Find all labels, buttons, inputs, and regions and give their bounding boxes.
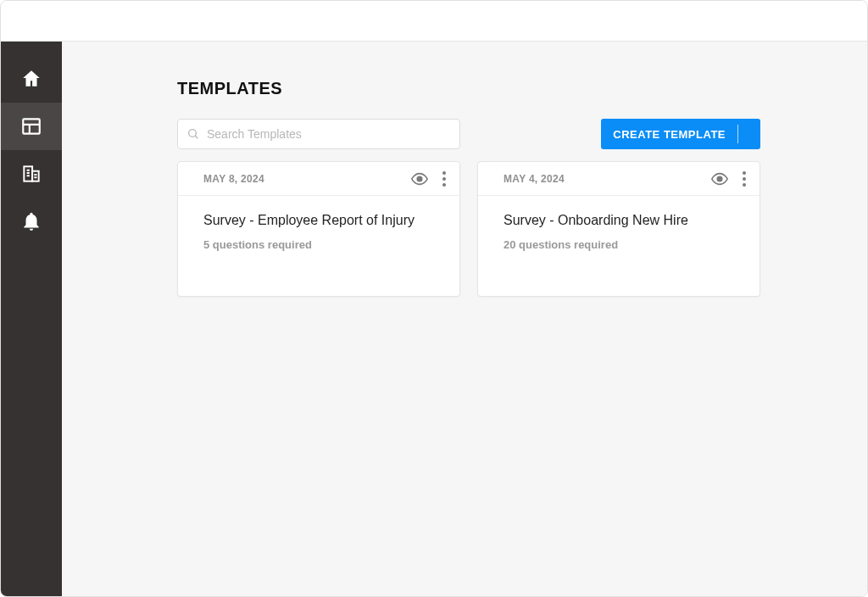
svg-rect-4 (32, 171, 39, 181)
svg-line-11 (195, 136, 198, 138)
search-icon (186, 127, 200, 141)
svg-rect-0 (23, 119, 40, 133)
more-menu-icon[interactable] (441, 168, 448, 190)
svg-rect-3 (24, 166, 32, 181)
building-icon (20, 163, 42, 185)
sidebar-item-notifications[interactable] (1, 198, 62, 245)
preview-icon[interactable] (710, 170, 729, 188)
search-field-wrapper[interactable] (177, 119, 460, 149)
svg-point-12 (417, 176, 422, 181)
card-header: MAY 4, 2024 (478, 162, 760, 196)
button-divider (737, 125, 738, 143)
card-body: Survey - Onboarding New Hire 20 question… (478, 196, 760, 268)
home-icon (20, 68, 42, 90)
more-menu-icon[interactable] (741, 168, 748, 190)
svg-point-13 (717, 176, 722, 181)
template-cards: MAY 8, 2024 Survey (177, 161, 867, 297)
card-date: MAY 8, 2024 (203, 173, 264, 185)
card-title: Survey - Onboarding New Hire (504, 213, 734, 228)
templates-icon (20, 115, 42, 137)
bell-icon (20, 210, 42, 232)
create-template-button[interactable]: CREATE TEMPLATE (601, 119, 760, 149)
topbar (1, 1, 867, 42)
card-header: MAY 8, 2024 (178, 162, 459, 196)
template-card[interactable]: MAY 4, 2024 Survey (477, 161, 760, 297)
sidebar-item-organization[interactable] (1, 150, 62, 198)
sidebar-item-templates[interactable] (1, 103, 62, 150)
card-title: Survey - Employee Report of Injury (203, 213, 434, 228)
main-content: TEMPLATES CREATE TEMPLATE MAY 8, 2024 (62, 42, 867, 596)
card-subtitle: 20 questions required (504, 238, 734, 251)
page-title: TEMPLATES (177, 79, 867, 98)
preview-icon[interactable] (410, 170, 429, 188)
search-input[interactable] (207, 127, 451, 141)
card-body: Survey - Employee Report of Injury 5 que… (178, 196, 459, 268)
card-date: MAY 4, 2024 (504, 173, 565, 185)
svg-point-10 (189, 130, 197, 137)
create-template-label: CREATE TEMPLATE (613, 128, 737, 141)
sidebar (1, 42, 62, 596)
sidebar-item-home[interactable] (1, 55, 62, 103)
card-subtitle: 5 questions required (203, 238, 434, 251)
toolbar: CREATE TEMPLATE (177, 119, 760, 149)
template-card[interactable]: MAY 8, 2024 Survey (177, 161, 460, 297)
